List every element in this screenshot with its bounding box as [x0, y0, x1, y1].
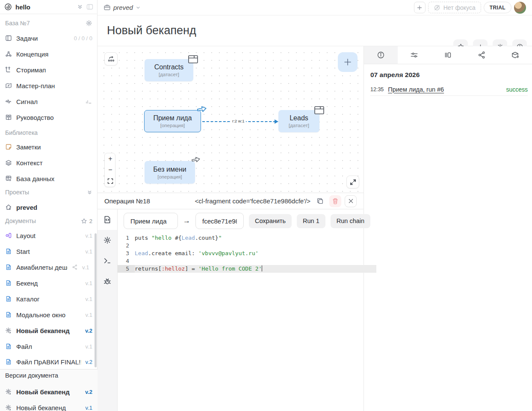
project-switcher[interactable]: preved [113, 4, 133, 11]
node-type: [датасет] [289, 123, 309, 128]
zoom-out-button[interactable]: − [105, 164, 115, 176]
node-title: Без имени [153, 166, 186, 173]
text-cursor [262, 265, 262, 271]
sidebar-doc-backend[interactable]: Бекенд v.1 [0, 275, 98, 291]
layers-icon [5, 159, 12, 166]
right-panel: 07 апреля 2026 12:35 Прием лида, run #6 … [364, 46, 532, 411]
code-line[interactable]: 1puts "hello #{Lead.count}" [118, 234, 376, 242]
clock-slash-icon [434, 4, 440, 11]
code-line[interactable]: 5returns[:helloz] = 'Hello from CODE 2' [118, 265, 376, 273]
tab-package-export[interactable] [498, 46, 532, 64]
workspace-header[interactable]: hello [0, 0, 98, 14]
collapse-sidebar-icon[interactable] [86, 3, 93, 10]
sidebar-item-project-preved[interactable]: preved [0, 200, 98, 215]
sidebar-item-masterplan[interactable]: Мастер-план [0, 78, 98, 93]
item-label: Контекст [16, 159, 92, 167]
item-label: Файл ПрАВКИ FINAL!!! [16, 358, 81, 366]
sidebar-item-context[interactable]: Контекст [0, 155, 98, 170]
add-node-button[interactable] [338, 52, 358, 72]
line-number: 2 [118, 242, 135, 250]
briefcase-icon [103, 4, 111, 11]
chevron-double-down-icon[interactable] [77, 4, 83, 10]
file-icon [5, 311, 12, 318]
file-icon [5, 358, 12, 365]
trial-badge[interactable]: TRIAL [484, 2, 511, 13]
layout-icon [5, 232, 12, 239]
rail-terminal-tab[interactable] [98, 250, 117, 271]
kanban-icon [5, 35, 12, 42]
map-icon [5, 82, 12, 89]
add-button[interactable] [414, 2, 426, 13]
rail-settings-tab[interactable] [98, 230, 117, 250]
doc-version: v.1 [82, 264, 89, 271]
node-leads[interactable]: Leads [датасет] [278, 110, 319, 132]
rail-file-code-tab[interactable] [98, 209, 117, 230]
sidebar-doc-new-backend[interactable]: Новый бекапенд v.2 [0, 323, 98, 338]
sidebar-doc-modal[interactable]: Модальное окно v.1 [0, 307, 98, 322]
rail-debug-tab[interactable] [98, 271, 117, 292]
flow-canvas[interactable]: Contracts [датасет] Прием лида [операция… [98, 46, 364, 193]
run-date-heading: 07 апреля 2026 [370, 71, 420, 79]
version-item-v2[interactable]: Новый бекапенд v.2 [0, 384, 98, 399]
sidebar-doc-avia[interactable]: Авиабилеты дешево v.1 [0, 259, 98, 275]
save-button[interactable]: Сохранить [249, 214, 292, 228]
run-link[interactable]: Прием лида, run #6 [388, 86, 502, 93]
operation-arrow-icon [196, 105, 207, 113]
star-icon[interactable] [81, 218, 87, 224]
operation-name-input[interactable] [124, 213, 178, 229]
sidebar-item-guide[interactable]: Руководство [0, 110, 98, 125]
fit-view-button[interactable] [105, 176, 115, 187]
copy-icon[interactable] [314, 195, 326, 207]
item-label: Бекенд [16, 280, 81, 287]
code-line[interactable]: 4 [118, 257, 376, 265]
fragment-code-input[interactable] [195, 213, 244, 229]
doc-version: v.1 [86, 312, 92, 318]
file-icon [5, 248, 12, 255]
zoom-in-button[interactable]: + [105, 153, 115, 164]
base-settings-gear-icon[interactable] [86, 20, 92, 27]
sidebar-item-tasks[interactable]: Задачи 0 / 0 / 0 [0, 30, 98, 46]
sidebar-item-database[interactable]: База данных [0, 171, 98, 186]
gear-play-icon [5, 327, 12, 334]
fragment-code: <cl-fragment code='fcec8e71e986dcfe'/> [195, 197, 311, 205]
tab-share-nodes[interactable] [465, 46, 499, 64]
node-priem-lida[interactable]: Прием лида [операция] [144, 110, 201, 132]
sidebar-item-storymap[interactable]: Сторимап [0, 62, 98, 77]
sidebar-item-concept[interactable]: Концепция [0, 46, 98, 62]
item-label: Авиабилеты дешево [16, 264, 68, 271]
avatar[interactable] [514, 2, 526, 14]
sidebar-doc-catalog[interactable]: Каталог v.1 [0, 291, 98, 307]
run1-button[interactable]: Run 1 [297, 214, 325, 228]
code-line[interactable]: 2 [118, 242, 376, 250]
no-focus-button[interactable]: Нет фокуса [428, 2, 481, 13]
node-contracts[interactable]: Contracts [датасет] [145, 59, 193, 81]
expand-canvas-button[interactable] [346, 176, 359, 188]
document-versions-section: Версии документа Новый бекапенд v.2 Новы… [0, 369, 98, 411]
code-line[interactable]: 3Lead.create email: 'vbvvv@pavlyut.ru' [118, 250, 376, 257]
tab-settings-sliders[interactable] [398, 46, 432, 64]
sidebar-scrollbar[interactable] [95, 233, 97, 367]
trash-icon-button[interactable] [329, 195, 341, 207]
code-editor[interactable]: 1puts "hello #{Lead.count}"23Lead.create… [118, 232, 376, 411]
tab-info[interactable] [364, 46, 398, 64]
close-icon-button[interactable] [345, 195, 357, 207]
chain-icon-button[interactable] [104, 52, 118, 66]
sidebar-doc-layout[interactable]: Layout v.1 [0, 228, 98, 243]
sidebar-doc-file-final[interactable]: Файл ПрАВКИ FINAL!!! v.2 [0, 354, 98, 369]
sidebar-doc-start[interactable]: Start v.1 [0, 244, 98, 259]
item-label: Новый бекапенд [16, 327, 81, 334]
item-label: Каталог [16, 295, 81, 303]
chevron-down-icon[interactable] [136, 5, 141, 10]
sidebar-item-signal[interactable]: Сигнал [0, 94, 98, 109]
doc-version: v.1 [86, 343, 92, 350]
sidebar-doc-file[interactable]: Файл v.1 [0, 339, 98, 354]
tab-versions-columns[interactable] [431, 46, 465, 64]
run-chain-button[interactable]: Run chain [331, 214, 370, 228]
projects-section-label: Проекты [0, 186, 98, 198]
item-label: Новый бекапенд [16, 404, 81, 411]
item-label: Файл [16, 343, 81, 350]
version-item-v1[interactable]: Новый бекапенд v.1 [0, 400, 98, 411]
node-bez-imeni[interactable]: Без имени [операция] [145, 161, 195, 184]
chevron-double-down-icon[interactable] [87, 190, 92, 195]
sidebar-item-notes[interactable]: Заметки [0, 139, 98, 155]
